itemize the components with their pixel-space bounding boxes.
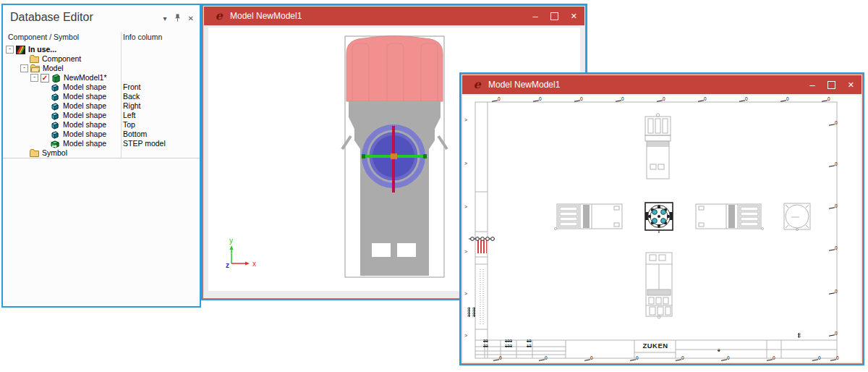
tree-row-in-use[interactable]: - In use...	[3, 45, 200, 54]
folder-icon	[30, 55, 39, 64]
view-top	[645, 114, 671, 179]
dimension-marker: 0	[829, 162, 838, 169]
screen: Database Editor ▾ ✕ Component / Symbol I…	[0, 0, 868, 372]
folder-icon	[30, 149, 39, 158]
tree-row-model-shape-front[interactable]: Model shape Front	[3, 83, 200, 92]
dimension-stamp: 33	[797, 333, 801, 338]
axis-label-z: z	[226, 261, 229, 269]
drawing-sheet[interactable]: ZUKEN 000000000000000000000000>>>>>>3333…	[463, 96, 861, 362]
panel-title: Database Editor	[10, 11, 93, 24]
model-shape-icon	[51, 93, 60, 101]
column-header-info[interactable]: Info column	[123, 33, 162, 41]
dimension-marker: 0	[829, 331, 838, 338]
edge-tick: >	[464, 333, 467, 338]
dimension-marker: 0	[822, 97, 831, 103]
dimension-marker: 0	[492, 97, 501, 103]
dimension-marker: 0	[616, 97, 625, 103]
zuken-logo-icon: e	[471, 78, 483, 90]
view-right	[696, 204, 764, 230]
body-hole	[372, 243, 391, 257]
column-header-component-symbol[interactable]: Component / Symbol	[8, 33, 79, 41]
dimension-marker: 0	[493, 356, 503, 362]
tree-row-model-shape-top[interactable]: Model shape Top	[3, 120, 200, 130]
chevron-down-icon[interactable]: ▾	[163, 15, 167, 22]
dimension-stamp: 133	[505, 339, 512, 343]
component-tree: - In use... Component - Model - ✓	[3, 45, 200, 158]
tree-row-model-shape-left[interactable]: Model shape Left	[3, 111, 200, 120]
model-shape-icon	[51, 111, 60, 120]
dimension-marker: 0	[767, 356, 776, 362]
zuken-logo-text: ZUKEN	[637, 342, 674, 350]
pin-icon[interactable]	[174, 14, 181, 23]
tree-row-symbol[interactable]: Symbol	[3, 148, 200, 158]
expander-icon[interactable]: -	[6, 46, 14, 54]
model-drawing-window: e Model NewModel1 – ✕	[459, 72, 864, 365]
database-editor-panel: Database Editor ▾ ✕ Component / Symbol I…	[1, 4, 201, 308]
drawing-linework	[463, 96, 861, 362]
checkbox-checked-icon[interactable]: ✓	[41, 74, 49, 83]
dimension-stamp: 33	[483, 344, 488, 348]
close-icon[interactable]: ✕	[188, 15, 194, 22]
dimension-stamp: 33	[483, 339, 488, 343]
dimension-stamp: 3333	[467, 308, 471, 317]
dimension-stamp: 13	[527, 344, 532, 348]
origin-marker	[391, 153, 397, 159]
step-model-icon	[51, 140, 60, 148]
dimension-marker: 0	[829, 121, 838, 127]
maximize-icon[interactable]	[827, 81, 835, 89]
dimension-marker: 0	[533, 97, 542, 103]
edge-tick: >	[464, 161, 467, 166]
dimension-marker: 0	[780, 97, 790, 103]
red-stamp-mark	[477, 240, 487, 253]
drawing-titlebar[interactable]: e Model NewModel1 – ✕	[462, 75, 861, 94]
dimension-stamp: 3333	[472, 308, 476, 317]
zuken-logo-icon: e	[213, 9, 225, 22]
dimension-marker: 0	[812, 356, 822, 362]
dimension-stamp: 3	[718, 348, 720, 352]
tree-row-model-shape-right[interactable]: Model shape Right	[3, 101, 200, 111]
dimension-marker: 0	[630, 356, 639, 362]
model-shape-icon	[51, 102, 60, 111]
tree-row-component[interactable]: Component	[3, 54, 200, 64]
window-title: Model NewModel1	[488, 80, 560, 90]
tree-row-model-shape-bottom[interactable]: Model shape Bottom	[3, 130, 200, 139]
tree-row-model-shape-back[interactable]: Model shape Back	[3, 92, 200, 101]
view-bottom	[646, 253, 672, 318]
expander-icon[interactable]: -	[20, 64, 28, 72]
tree-row-newmodel1[interactable]: - ✓ NewModel1*	[3, 73, 200, 83]
tree-divider	[3, 158, 200, 158]
in-use-icon	[16, 46, 25, 54]
tree-row-model[interactable]: - Model	[3, 64, 200, 73]
edge-tick: >	[464, 204, 467, 209]
edge-tick: >	[464, 117, 467, 122]
dimension-stamp: 13	[527, 339, 532, 343]
dimension-marker: 0	[584, 356, 594, 362]
close-icon[interactable]: ✕	[571, 12, 577, 20]
axis-triad: y x z	[226, 237, 256, 269]
dimension-marker: 0	[698, 97, 707, 103]
tree-row-model-shape-step[interactable]: Model shape STEP model	[3, 139, 200, 148]
tree-column-headers: Component / Symbol Info column	[3, 31, 200, 43]
close-icon[interactable]: ✕	[848, 81, 854, 89]
edge-tick: >	[464, 249, 467, 254]
viewer-titlebar[interactable]: e Model NewModel1 – ✕	[204, 7, 584, 25]
view-left	[555, 204, 623, 230]
dimension-marker: 0	[830, 356, 840, 362]
minimize-icon[interactable]: –	[810, 80, 815, 90]
dimension-marker: 0	[721, 356, 731, 362]
window-title: Model NewModel1	[230, 11, 302, 21]
model-shape-icon	[51, 130, 60, 139]
maximize-icon[interactable]	[550, 12, 558, 20]
axis-label-y: y	[229, 237, 233, 245]
view-front	[645, 203, 673, 233]
minimize-icon[interactable]: –	[533, 12, 538, 21]
axis-label-x: x	[252, 260, 256, 268]
dimension-marker: 0	[574, 97, 584, 103]
model-cap-top	[346, 36, 443, 102]
dimension-marker: 0	[739, 97, 749, 103]
dimension-marker: 0	[829, 204, 838, 211]
dimension-marker: 0	[676, 356, 685, 362]
dimension-marker: 0	[829, 289, 838, 296]
expander-icon[interactable]: -	[30, 74, 38, 82]
dimension-marker: 0	[829, 246, 838, 253]
